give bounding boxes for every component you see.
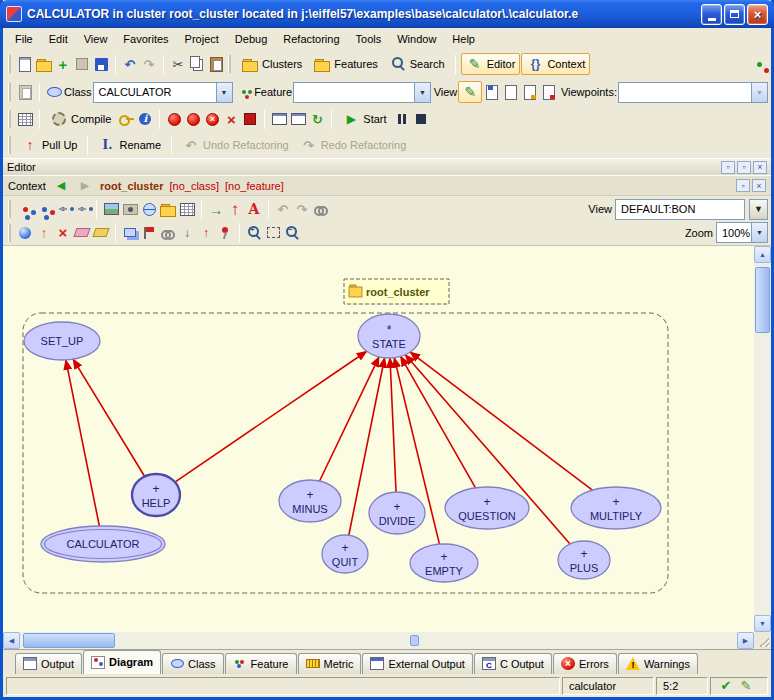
- features-button[interactable]: Features: [308, 53, 382, 75]
- menu-item-debug[interactable]: Debug: [227, 30, 275, 48]
- tab-c-output[interactable]: C Output: [474, 653, 552, 674]
- cut-icon[interactable]: [169, 55, 187, 73]
- float-panel-icon[interactable]: ▫: [736, 179, 750, 192]
- maximize-button[interactable]: [724, 4, 745, 25]
- vertical-scrollbar[interactable]: ▲ ▼: [754, 246, 771, 632]
- tab-output[interactable]: Output: [15, 653, 82, 674]
- new-document-icon[interactable]: [16, 55, 34, 73]
- viewpoints-combo[interactable]: ▼: [618, 82, 768, 103]
- chevron-down-icon[interactable]: ▼: [216, 83, 232, 102]
- diagram-node-plus[interactable]: +PLUS: [558, 541, 610, 579]
- minimize-button[interactable]: [701, 4, 722, 25]
- inheritance-arrow-minus-to-state[interactable]: [320, 357, 379, 481]
- clusters-button[interactable]: Clusters: [236, 53, 307, 75]
- pick-and-drop-icon[interactable]: [750, 55, 768, 73]
- text-label-icon[interactable]: [245, 200, 263, 218]
- table-view-icon[interactable]: [178, 200, 196, 218]
- refresh-icon[interactable]: [308, 110, 326, 128]
- pause-icon[interactable]: [393, 110, 411, 128]
- tab-diagram[interactable]: Diagram: [83, 650, 161, 674]
- new-class-icon[interactable]: [16, 224, 34, 242]
- view-contract-icon[interactable]: [502, 83, 520, 101]
- sort-ascending-icon[interactable]: [197, 224, 215, 242]
- add-icon[interactable]: [54, 55, 72, 73]
- diagram-node-empty[interactable]: +EMPTY: [410, 544, 478, 582]
- tab-feature[interactable]: Feature: [225, 653, 297, 674]
- scroll-right-icon[interactable]: ▶: [737, 632, 754, 649]
- horizontal-scroll-track[interactable]: [20, 632, 737, 649]
- precompile-icon[interactable]: [203, 110, 221, 128]
- pull-up-button[interactable]: Pull Up: [16, 134, 82, 156]
- diagram-node-quit[interactable]: +QUIT: [322, 535, 368, 573]
- tab-errors[interactable]: Errors: [553, 653, 617, 674]
- rename-button[interactable]: Rename: [93, 134, 166, 156]
- horizontal-scroll-thumb[interactable]: [23, 633, 115, 648]
- open-diagram-icon[interactable]: [159, 200, 177, 218]
- copy-icon[interactable]: [188, 55, 206, 73]
- melt-icon[interactable]: [165, 110, 183, 128]
- diagram-node-multiply[interactable]: +MULTIPLY: [571, 487, 661, 529]
- diagram-node-set_up[interactable]: SET_UP: [24, 322, 100, 360]
- float-panel-icon[interactable]: ▫: [721, 161, 735, 174]
- diagram-node-state[interactable]: *STATE: [358, 314, 420, 358]
- close-button[interactable]: ×: [747, 4, 768, 25]
- scroll-up-icon[interactable]: ▲: [754, 246, 771, 263]
- zoom-in-icon[interactable]: +: [245, 224, 263, 242]
- cluster-label-box[interactable]: root_cluster: [344, 279, 449, 304]
- diagram-node-calculator[interactable]: CALCULATOR: [41, 526, 165, 562]
- paste-icon[interactable]: [207, 55, 225, 73]
- menu-item-refactoring[interactable]: Refactoring: [275, 30, 347, 48]
- menu-item-edit[interactable]: Edit: [41, 30, 76, 48]
- inheritance-arrow-help-to-state[interactable]: [175, 351, 367, 482]
- flag-icon[interactable]: [140, 224, 158, 242]
- context-cluster[interactable]: root_cluster: [100, 180, 164, 192]
- diagram-canvas[interactable]: root_clusterSET_UP*STATE+HELPCALCULATOR+…: [3, 246, 754, 632]
- web-export-icon[interactable]: [140, 200, 158, 218]
- menu-item-window[interactable]: Window: [389, 30, 444, 48]
- editor-toggle-button[interactable]: Editor: [461, 53, 521, 75]
- go-to-icon[interactable]: [207, 200, 225, 218]
- info-icon[interactable]: [136, 110, 154, 128]
- undo-icon[interactable]: [121, 55, 139, 73]
- open-icon[interactable]: [35, 55, 53, 73]
- diagram-node-minus[interactable]: +MINUS: [279, 480, 341, 522]
- project-settings-icon[interactable]: [16, 110, 34, 128]
- search-button[interactable]: Search: [384, 53, 450, 75]
- redo-icon[interactable]: [140, 55, 158, 73]
- eraser-icon[interactable]: [73, 224, 91, 242]
- scroll-down-icon[interactable]: ▼: [754, 615, 771, 632]
- force-layout-icon[interactable]: [159, 224, 177, 242]
- finalize-icon[interactable]: [241, 110, 259, 128]
- menu-item-project[interactable]: Project: [177, 30, 227, 48]
- tab-class[interactable]: Class: [162, 653, 224, 674]
- remove-icon[interactable]: [73, 55, 91, 73]
- console-icon[interactable]: [270, 110, 288, 128]
- link-icon[interactable]: [312, 200, 330, 218]
- go-up-icon[interactable]: [226, 200, 244, 218]
- class-combo[interactable]: CALCULATOR ▼: [93, 82, 233, 103]
- diagram-node-help[interactable]: +HELP: [132, 474, 180, 516]
- save-icon[interactable]: [92, 55, 110, 73]
- view-interface-icon[interactable]: [521, 83, 539, 101]
- tab-metric[interactable]: Metric: [298, 653, 362, 674]
- add-ancestor-icon[interactable]: [35, 224, 53, 242]
- fit-to-screen-icon[interactable]: [264, 224, 282, 242]
- delete-icon[interactable]: [54, 224, 72, 242]
- inheritance-arrow-divide-to-state[interactable]: [390, 358, 396, 492]
- pin-icon[interactable]: [216, 224, 234, 242]
- menu-item-help[interactable]: Help: [444, 30, 483, 48]
- inheritance-arrow-help-to-set_up[interactable]: [73, 359, 145, 476]
- menu-item-tools[interactable]: Tools: [348, 30, 390, 48]
- diagram-node-divide[interactable]: +DIVIDE: [369, 492, 425, 534]
- scroll-left-icon[interactable]: ◀: [3, 632, 20, 649]
- tab-external-output[interactable]: External Output: [362, 653, 472, 674]
- menu-item-view[interactable]: View: [76, 30, 116, 48]
- chevron-down-icon[interactable]: ▼: [414, 83, 430, 102]
- eraser-alt-icon[interactable]: [92, 224, 110, 242]
- inheritance-arrow-calculator-to-set_up[interactable]: [66, 360, 100, 526]
- tab-warnings[interactable]: Warnings: [618, 653, 698, 674]
- diagram-view-combo[interactable]: DEFAULT:BON: [615, 199, 745, 220]
- vertical-scroll-thumb[interactable]: [755, 267, 770, 333]
- cluster-graph-icon[interactable]: [35, 200, 53, 218]
- freeze-icon[interactable]: [184, 110, 202, 128]
